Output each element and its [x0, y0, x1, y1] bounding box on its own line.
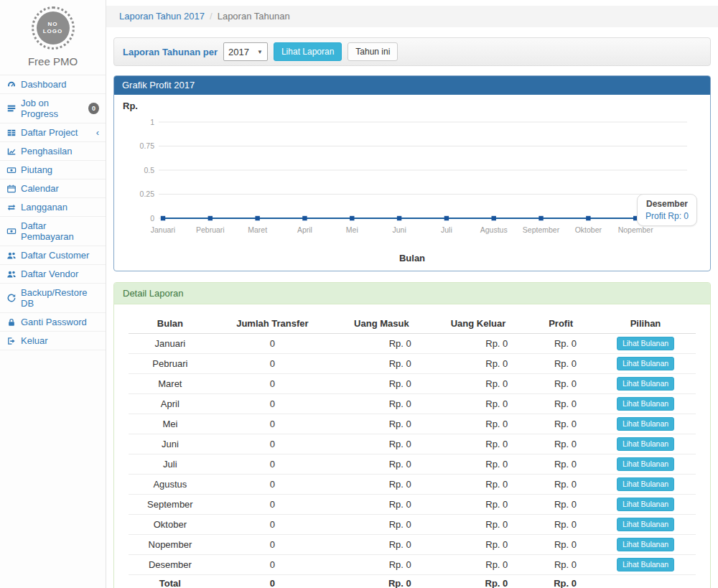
view-monthly-button-agustus[interactable]: Lihat Bulanan — [617, 477, 674, 491]
cell-jumlah-transfer: 0 — [212, 414, 333, 434]
sidebar-item-label: Penghasilan — [21, 146, 73, 157]
x-tick-label: Mei — [346, 225, 358, 234]
report-table: BulanJumlah TransferUang MasukUang Kelua… — [129, 314, 696, 588]
view-monthly-button-desember[interactable]: Lihat Bulanan — [617, 558, 674, 571]
report-table-body: Januari0Rp. 0Rp. 0Rp. 0Lihat BulananPebr… — [129, 334, 696, 588]
sidebar-item-label: Daftar Pembayaran — [21, 220, 99, 242]
sidebar-item-daftar-project[interactable]: Daftar Project‹ — [0, 123, 106, 142]
sidebar-item-job-on-progress[interactable]: Job on Progress0 — [0, 94, 106, 123]
view-monthly-button-januari[interactable]: Lihat Bulanan — [617, 337, 674, 350]
cell-uang-masuk: Rp. 0 — [333, 535, 430, 555]
chart-tooltip-title: Desember — [645, 199, 689, 209]
cell-jumlah-transfer: 0 — [212, 374, 333, 394]
lock-icon — [6, 317, 17, 327]
cell-jumlah-transfer: 0 — [212, 515, 333, 535]
total-cell-uang-keluar: Rp. 0 — [430, 575, 527, 588]
sidebar-item-piutang[interactable]: Piutang — [0, 161, 106, 179]
sidebar-item-label: Daftar Customer — [21, 250, 89, 261]
cell-uang-masuk: Rp. 0 — [333, 414, 430, 434]
sidebar-item-ganti-password[interactable]: Ganti Password — [0, 313, 106, 332]
year-select-value: 2017 — [228, 47, 249, 57]
cell-profit: Rp. 0 — [526, 374, 595, 394]
profit-chart: Rp. 00.250.50.751JanuariPebruariMaretApr… — [114, 95, 710, 271]
chevron-left-icon: ‹ — [96, 129, 99, 136]
cell-uang-masuk: Rp. 0 — [333, 555, 430, 575]
logo-text-line2: LOGO — [43, 28, 63, 35]
detail-report-body: BulanJumlah TransferUang MasukUang Kelua… — [114, 304, 710, 588]
cell-profit: Rp. 0 — [526, 434, 595, 454]
cell-uang-keluar: Rp. 0 — [430, 434, 527, 454]
cell-bulan: Mei — [129, 414, 212, 434]
view-monthly-button-juli[interactable]: Lihat Bulanan — [617, 457, 674, 471]
column-header-jumlah-transfer: Jumlah Transfer — [212, 314, 333, 334]
profit-chart-canvas[interactable]: 00.250.50.751JanuariPebruariMaretAprilMe… — [123, 113, 701, 253]
view-monthly-button-juni[interactable]: Lihat Bulanan — [617, 437, 674, 451]
cell-bulan: Juli — [129, 454, 212, 475]
view-monthly-button-maret[interactable]: Lihat Bulanan — [617, 377, 674, 391]
cell-uang-keluar: Rp. 0 — [430, 535, 527, 555]
sidebar-item-label: Backup/Restore DB — [21, 287, 99, 309]
sidebar-menu: DashboardJob on Progress0Daftar Project‹… — [0, 75, 106, 350]
count-badge: 0 — [88, 103, 99, 114]
table-row-april: April0Rp. 0Rp. 0Rp. 0Lihat Bulanan — [129, 394, 696, 414]
users-icon — [6, 269, 17, 279]
year-select[interactable]: 2017 ▼ — [223, 42, 268, 61]
sidebar-item-daftar-customer[interactable]: Daftar Customer — [0, 246, 106, 265]
sidebar-item-label: Daftar Vendor — [21, 269, 78, 279]
table-row-juli: Juli0Rp. 0Rp. 0Rp. 0Lihat Bulanan — [129, 454, 696, 475]
chart-point-pebruari[interactable] — [208, 216, 213, 220]
view-monthly-button-september[interactable]: Lihat Bulanan — [617, 498, 674, 511]
table-row-agustus: Agustus0Rp. 0Rp. 0Rp. 0Lihat Bulanan — [129, 475, 696, 495]
sidebar-item-penghasilan[interactable]: Penghasilan — [0, 142, 106, 161]
chart-point-april[interactable] — [302, 216, 307, 220]
view-monthly-button-nopember[interactable]: Lihat Bulanan — [617, 538, 674, 551]
cell-profit: Rp. 0 — [526, 414, 595, 434]
cell-profit: Rp. 0 — [526, 515, 595, 535]
dashboard-icon — [6, 80, 17, 90]
profit-chart-panel: Grafik Profit 2017 Rp. 00.250.50.751Janu… — [113, 75, 711, 271]
cell-profit: Rp. 0 — [526, 354, 595, 374]
x-tick-label: Agustus — [480, 225, 508, 234]
chart-tooltip: Desember Profit Rp: 0 — [637, 194, 697, 226]
chart-point-maret[interactable] — [255, 216, 259, 220]
x-tick-label: September — [523, 225, 560, 234]
view-report-button[interactable]: Lihat Laporan — [274, 42, 342, 61]
cell-uang-masuk: Rp. 0 — [333, 334, 430, 354]
view-monthly-button-april[interactable]: Lihat Bulanan — [617, 397, 674, 411]
chart-point-juni[interactable] — [397, 216, 401, 220]
breadcrumb-link-laporan-tahun[interactable]: Laporan Tahun 2017 — [119, 11, 205, 22]
chart-point-september[interactable] — [538, 216, 543, 220]
sidebar-item-daftar-vendor[interactable]: Daftar Vendor — [0, 265, 106, 284]
sidebar-item-keluar[interactable]: Keluar — [0, 332, 106, 350]
chart-point-oktober[interactable] — [586, 216, 590, 220]
sidebar-item-langganan[interactable]: Langganan — [0, 198, 106, 217]
cell-profit: Rp. 0 — [526, 334, 595, 354]
x-tick-label: Januari — [151, 225, 175, 234]
column-header-uang-masuk: Uang Masuk — [333, 314, 430, 334]
sidebar-item-backup-restore-db[interactable]: Backup/Restore DB — [0, 284, 106, 313]
sidebar-item-label: Dashboard — [21, 79, 67, 90]
chart-point-mei[interactable] — [350, 216, 354, 220]
cell-profit: Rp. 0 — [526, 454, 595, 475]
table-row-mei: Mei0Rp. 0Rp. 0Rp. 0Lihat Bulanan — [129, 414, 696, 434]
chart-point-januari[interactable] — [161, 216, 165, 220]
table-row-maret: Maret0Rp. 0Rp. 0Rp. 0Lihat Bulanan — [129, 374, 696, 394]
total-cell-uang-masuk: Rp. 0 — [333, 575, 430, 588]
view-monthly-button-mei[interactable]: Lihat Bulanan — [617, 417, 674, 431]
cell-uang-masuk: Rp. 0 — [333, 374, 430, 394]
table-row-nopember: Nopember0Rp. 0Rp. 0Rp. 0Lihat Bulanan — [129, 535, 696, 555]
view-monthly-button-pebruari[interactable]: Lihat Bulanan — [617, 357, 674, 370]
this-year-button[interactable]: Tahun ini — [348, 42, 398, 61]
cell-uang-masuk: Rp. 0 — [333, 475, 430, 495]
chart-point-juli[interactable] — [444, 216, 449, 220]
cell-bulan: Desember — [129, 555, 212, 575]
sidebar-item-daftar-pembayaran[interactable]: Daftar Pembayaran — [0, 217, 106, 246]
cell-uang-keluar: Rp. 0 — [430, 354, 527, 374]
cell-profit: Rp. 0 — [526, 495, 595, 515]
chart-point-agustus[interactable] — [492, 216, 496, 220]
sidebar-item-dashboard[interactable]: Dashboard — [0, 75, 106, 94]
sidebar-item-calendar[interactable]: Calendar — [0, 179, 106, 198]
x-tick-label: Juni — [392, 225, 406, 234]
sidebar-item-label: Langganan — [21, 202, 67, 213]
view-monthly-button-oktober[interactable]: Lihat Bulanan — [617, 518, 674, 531]
